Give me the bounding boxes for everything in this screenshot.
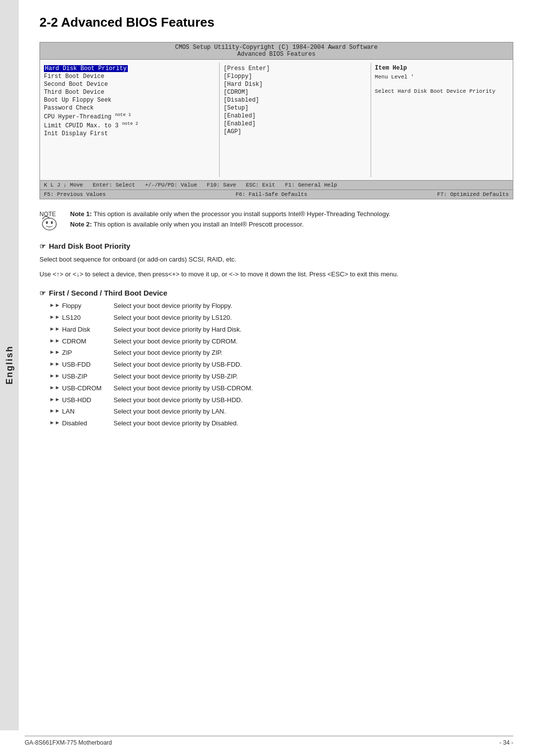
bios-help-title: Item Help (375, 65, 509, 72)
bios-footer-line1: K L J ↓ Move Enter: Select +/-/PU/PD: Va… (44, 182, 337, 188)
boot-item-name: ►► ZIP (49, 348, 114, 358)
boot-item-name: ►► LAN (49, 407, 114, 417)
footer-left: GA-8S661FXM-775 Motherboard (25, 739, 112, 746)
bios-row: Password Check (44, 104, 215, 112)
boot-list-item: ►► Hard Disk Select your boot device pri… (49, 325, 513, 335)
bios-title-line2: Advanced BIOS Features (40, 51, 513, 58)
boot-item-desc: Select your boot device priority by LS12… (114, 313, 232, 323)
bios-row: CPU Hyper-Threading note 1 (44, 112, 215, 121)
bios-item-boot-floppy[interactable]: Boot Up Floppy Seek (44, 97, 112, 104)
boot-list-item: ►► LAN Select your boot device priority … (49, 407, 513, 417)
bios-item-password-check[interactable]: Password Check (44, 105, 94, 112)
bios-row: Hard Disk Boot Priority (44, 65, 215, 73)
bios-value-cpuid: [Enabled] (224, 120, 256, 127)
bios-item-init-display[interactable]: Init Display First (44, 130, 108, 137)
bios-value-second-boot: [Hard Disk] (224, 81, 263, 88)
boot-device-list: ►► Floppy Select your boot device priori… (49, 301, 513, 429)
boot-item-desc: Select your boot device priority by Hard… (114, 325, 241, 335)
sidebar: English (0, 0, 19, 730)
note-section: NOTE Note 1: This option is available on… (39, 209, 513, 233)
boot-list-item: ►► Disabled Select your boot device prio… (49, 418, 513, 429)
bios-values-column: [Press Enter] [Floppy] [Hard Disk] [CDRO… (220, 63, 371, 177)
bios-spacer (224, 136, 367, 175)
boot-list-item: ►► Floppy Select your boot device priori… (49, 301, 513, 311)
double-arrow-icon: ►► (49, 337, 60, 345)
boot-item-desc: Select your boot device priority by USB-… (114, 372, 238, 382)
boot-item-name: ►► Disabled (49, 418, 114, 429)
boot-list-item: ►► CDROM Select your boot device priorit… (49, 337, 513, 347)
bios-row: Boot Up Floppy Seek (44, 96, 215, 104)
footer-right: - 34 - (499, 739, 513, 746)
bios-item-hard-disk-boot-priority[interactable]: Hard Disk Boot Priority (44, 65, 128, 72)
boot-item-name: ►► Floppy (49, 301, 114, 311)
bios-value-hard-disk: [Press Enter] (224, 65, 270, 72)
svg-point-2 (46, 221, 48, 224)
boot-item-desc: Select your boot device priority by USB-… (114, 395, 243, 406)
sidebar-label: English (4, 345, 15, 384)
hard-disk-para-2: Use <↑> or <↓> to select a device, then … (39, 269, 513, 280)
boot-item-name: ►► LS120 (49, 313, 114, 323)
bios-value-row: [Disabled] (224, 96, 367, 104)
double-arrow-icon: ►► (49, 407, 60, 416)
bios-row: Limit CPUID Max. to 3 note 2 (44, 121, 215, 130)
bios-item-first-boot[interactable]: First Boot Device (44, 73, 104, 80)
boot-list-item: ►► LS120 Select your boot device priorit… (49, 313, 513, 323)
bios-footer-f5: F5: Previous Values (44, 191, 106, 197)
boot-list-item: ►► USB-CDROM Select your boot device pri… (49, 383, 513, 394)
boot-item-desc: Select your boot device priority by Flop… (114, 301, 232, 311)
bios-item-third-boot[interactable]: Third Boot Device (44, 89, 104, 96)
boot-item-desc: Select your boot device priority by USB-… (114, 360, 242, 370)
svg-point-1 (42, 218, 56, 230)
bios-value-row: [Hard Disk] (224, 80, 367, 88)
bios-title-line1: CMOS Setup Utility-Copyright (C) 1984-20… (40, 44, 513, 51)
bios-title-bar: CMOS Setup Utility-Copyright (C) 1984-20… (40, 42, 513, 60)
double-arrow-icon: ►► (49, 301, 60, 310)
bios-value-row: [Setup] (224, 104, 367, 112)
double-arrow-icon: ►► (49, 372, 60, 380)
bios-value-first-boot: [Floppy] (224, 73, 252, 80)
bios-item-second-boot[interactable]: Second Boot Device (44, 81, 108, 88)
bios-value-third-boot: [CDROM] (224, 89, 248, 96)
bios-help-column: Item Help Menu Level ' Select Hard Disk … (371, 63, 513, 177)
double-arrow-icon: ►► (49, 418, 60, 427)
bios-value-password: [Setup] (224, 105, 248, 112)
double-arrow-icon: ►► (49, 313, 60, 322)
boot-device-heading: First / Second / Third Boot Device (39, 289, 513, 297)
boot-item-name: ►► USB-HDD (49, 395, 114, 406)
bios-value-boot-floppy: [Disabled] (224, 97, 259, 104)
bios-value-row: [Press Enter] (224, 65, 367, 73)
bios-value-row: [CDROM] (224, 88, 367, 96)
bios-footer-f6: F6: Fail-Safe Defaults (235, 191, 307, 197)
main-content: 2-2 Advanced BIOS Features CMOS Setup Ut… (25, 0, 533, 445)
bios-help-description: Select Hard Disk Boot Device Priority (375, 88, 509, 95)
bios-nav-keys: K L J ↓ Move Enter: Select +/-/PU/PD: Va… (44, 182, 337, 188)
page-footer: GA-8S661FXM-775 Motherboard - 34 - (25, 736, 513, 746)
boot-item-name: ►► CDROM (49, 337, 114, 347)
bios-item-cpuid-max[interactable]: Limit CPUID Max. to 3 note 2 (44, 121, 138, 129)
bios-item-hyper-threading[interactable]: CPU Hyper-Threading note 1 (44, 113, 131, 120)
note-icon: NOTE (39, 209, 63, 233)
bios-row: First Boot Device (44, 73, 215, 80)
boot-item-name: ►► USB-ZIP (49, 372, 114, 382)
bios-value-row: [Enabled] (224, 120, 367, 128)
boot-list-item: ►► USB-HDD Select your boot device prior… (49, 395, 513, 406)
boot-item-desc: Select your boot device priority by Disa… (114, 418, 238, 429)
bios-row: Init Display First (44, 130, 215, 138)
bios-screenshot: CMOS Setup Utility-Copyright (C) 1984-20… (39, 42, 513, 199)
bios-menu-column: Hard Disk Boot Priority First Boot Devic… (40, 63, 220, 177)
boot-item-desc: Select your boot device priority by USB-… (114, 383, 253, 394)
boot-list-item: ►► USB-ZIP Select your boot device prior… (49, 372, 513, 382)
double-arrow-icon: ►► (49, 395, 60, 404)
page-title: 2-2 Advanced BIOS Features (39, 15, 513, 30)
bios-footer-f7: F7: Optimized Defaults (437, 191, 509, 197)
bios-value-row: [Floppy] (224, 73, 367, 80)
double-arrow-icon: ►► (49, 360, 60, 369)
double-arrow-icon: ►► (49, 325, 60, 334)
boot-item-desc: Select your boot device priority by CDRO… (114, 337, 237, 347)
bios-body: Hard Disk Boot Priority First Boot Devic… (40, 60, 513, 180)
bios-value-row: [Enabled] (224, 112, 367, 120)
boot-list-item: ►► USB-FDD Select your boot device prior… (49, 360, 513, 370)
hard-disk-boot-priority-heading: Hard Disk Boot Priority (39, 242, 513, 250)
bios-value-init-display: [AGP] (224, 128, 241, 135)
boot-item-desc: Select your boot device priority by ZIP. (114, 348, 223, 358)
